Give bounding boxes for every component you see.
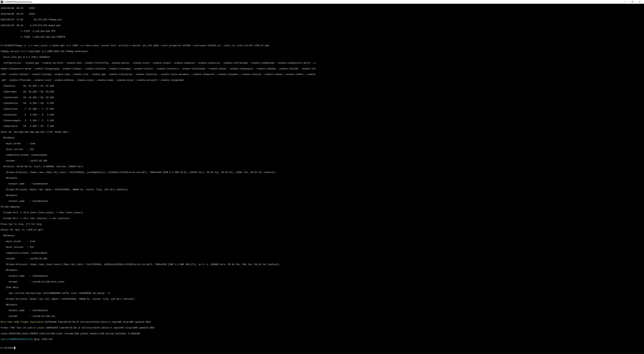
prompt-line: D:\bt2020>_ (1, 347, 643, 349)
dir-line: 2020/05/26 21:08 65,372,160 ffmpeg.exe (1, 19, 643, 21)
input-line: major_brand : isom (1, 142, 643, 145)
ffmpeg-line: ffmpeg version 4.2.3 Copyright (c) 2000-… (1, 50, 643, 53)
output-line: Side data: (1, 286, 643, 289)
ffmpeg-line: configuration: --enable-gpl --enable-ver… (1, 62, 643, 65)
lib-version-line: libavformat 58. 29.100 / 58. 29.100 (1, 96, 643, 99)
warning-text: More than 1000 frames duplicated (1, 321, 44, 323)
window-controls: — ❐ ✕ (623, 0, 643, 4)
ffmpeg-line: nable-libopencore-amrwb --enable-libopen… (1, 68, 643, 70)
input-line: Stream #0:0(und): Video: hevc (Main 10) … (1, 171, 643, 174)
input-line: handler_name : SoundHandler (1, 200, 643, 203)
stream-mapping-line: Press [q] to stop, [?] for help (1, 223, 643, 226)
prompt-text: D:\bt2020> (1, 347, 14, 349)
minimize-button[interactable]: — (623, 0, 627, 4)
dir-line: 2020/09/08 08:25 <DIR> .. (1, 13, 643, 16)
input-line: Metadata: (1, 177, 643, 180)
dir-line: 2020/09/08 08:25 <DIR> . (1, 7, 643, 10)
output-line: encoder : Lavc58.54.100 hevc_nvenc (1, 280, 643, 283)
stream-mapping-line: Stream mapping: (1, 206, 643, 208)
window-titlebar: C:\ C:\WINDOWS\system32\cmd.exe — ❐ ✕ (0, 0, 644, 4)
lib-version-line: libswscale 5. 5.100 / 5. 5.100 (1, 114, 643, 116)
dir-line: 2 个文件 2,235,444,030 字节 (1, 30, 643, 33)
warning-stats: 1675264kB time=00:01:40.07 bitrate=13713… (44, 321, 151, 323)
dir-line: 2 个目录 1,605,437,104,128 可用字节 (1, 36, 643, 39)
input-line: compatible_brands: isomiso2mp41 (1, 154, 643, 157)
cursor[interactable]: _ (14, 347, 15, 349)
input-line: minor_version : 512 (1, 148, 643, 151)
window-title: C:\WINDOWS\system32\cmd.exe (4, 1, 32, 3)
output-line: Stream #0:1(und): Audio: aac (LC) (mp4a … (1, 298, 643, 301)
input-line: encoder : Lavf57.83.100 (1, 160, 643, 162)
output-line: Metadata: (1, 303, 643, 306)
warning-line: More than 1000 frames duplicated 1675264… (1, 321, 643, 324)
aac-line: [aac @ 000002b45b44ccc0] Qavg: 3336.119 (1, 338, 643, 341)
input-line: Metadata: (1, 194, 643, 197)
output-line: Metadata: (1, 269, 643, 272)
input-line: Duration: 00:01:58.14, start: 0.000000, … (1, 165, 643, 168)
lib-version-line: libavdevice 58. 8.100 / 58. 8.100 (1, 102, 643, 105)
command-line: D:\bt2020>ffmpeg -y -c:v hevc_cuvid -i m… (1, 44, 643, 47)
stream-mapping-line: Stream #0:1 -> #0:1 (aac (native) -> aac… (1, 217, 643, 220)
progress-line: video:1894973kB audio:1808kB subtitle:0k… (1, 332, 643, 335)
output-line: handler_name : VideoHandler (1, 275, 643, 278)
output-line: compatible_brands: isomiso2mp41 (1, 252, 643, 255)
close-button[interactable]: ✕ (638, 0, 642, 4)
cmd-icon: C:\ (1, 1, 3, 3)
aac-stats: Qavg: 3336.119 (34, 338, 52, 340)
output-line: Metadata: (1, 234, 643, 237)
ffmpeg-line: x265 --enable-libxml2 --enable-libzimg -… (1, 73, 643, 76)
maximize-button[interactable]: ❐ (630, 0, 634, 4)
output-line: encoder : Lavf58.29.100 (1, 257, 643, 260)
lib-version-line: libswresample 3. 5.100 / 3. 5.100 (1, 119, 643, 122)
stream-mapping-line: Stream #0:0 -> #0:0 (hevc (hevc_cuvid) -… (1, 211, 643, 214)
lib-version-line: libavutil 56. 31.100 / 56. 31.100 (1, 85, 643, 88)
dir-line: 2018/03/30 08:14 2,170,071,870 model.mp4 (1, 24, 643, 27)
input-line: Input #0, mov,mp4,m4a,3gp,3g2,mj2, from … (1, 131, 643, 134)
ffmpeg-line: -amf --enable-ffnvcodec --enable-cuvid -… (1, 79, 643, 82)
output-line: Output #0, mp4, to 'x265_ht.mp4': (1, 229, 643, 231)
input-line: Stream #0:1(und): Audio: aac (mp4a / 0x6… (1, 188, 643, 191)
lib-version-line: libavcodec 58. 54.100 / 58. 54.100 (1, 91, 643, 93)
progress-line: frame= 7087 fps= 24 q=15.0 Lsize= 189691… (1, 326, 643, 329)
lib-version-line: libavfilter 7. 57.100 / 7. 57.100 (1, 108, 643, 111)
output-line: cpb: bitrate max/min/avg: 0/0/160000000 … (1, 292, 643, 295)
output-line: handler_name : SoundHandler (1, 309, 643, 312)
aac-tag: [aac @ 000002b45b44ccc0] (1, 338, 34, 340)
input-line: Metadata: (1, 137, 643, 139)
terminal-output[interactable]: 2020/09/08 08:25 <DIR> . 2020/09/08 08:2… (0, 4, 644, 353)
ffmpeg-line: built with gcc 9.3.1 (GCC) 20200523 (1, 56, 643, 59)
input-line: handler_name : VideoHandler (1, 183, 643, 185)
lib-version-line: libpostproc 55. 5.100 / 55. 5.100 (1, 125, 643, 128)
output-line: encoder : Lavc58.54.100 aac (1, 315, 643, 318)
output-line: minor_version : 512 (1, 246, 643, 249)
output-line: Stream #0:0(und): Video: hevc (hevc_nven… (1, 263, 643, 266)
output-line: major_brand : isom (1, 240, 643, 243)
